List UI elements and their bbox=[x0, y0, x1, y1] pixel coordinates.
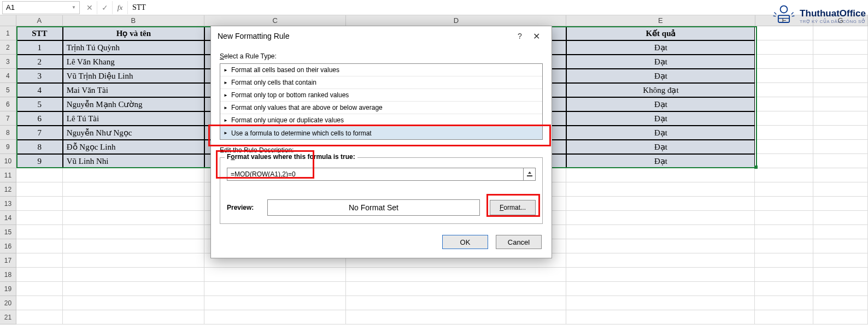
cell-E8[interactable]: Đạt bbox=[566, 126, 755, 140]
cell-A10[interactable]: 9 bbox=[16, 154, 63, 168]
col-header-D[interactable]: D bbox=[346, 15, 566, 26]
row-header[interactable]: 3 bbox=[0, 55, 16, 69]
cell-F21[interactable] bbox=[755, 310, 813, 324]
cell-G3[interactable] bbox=[813, 55, 868, 69]
rule-type-item[interactable]: ►Format only top or bottom ranked values bbox=[220, 89, 542, 102]
cell-A12[interactable] bbox=[16, 182, 63, 197]
row-header[interactable]: 7 bbox=[0, 111, 16, 126]
cell-E4[interactable]: Đạt bbox=[566, 69, 755, 83]
rule-type-item-selected[interactable]: ►Use a formula to determine which cells … bbox=[220, 127, 542, 139]
cell-F14[interactable] bbox=[755, 211, 813, 225]
row-header[interactable]: 4 bbox=[0, 69, 16, 83]
cell-D20[interactable] bbox=[346, 296, 566, 310]
cell-B14[interactable] bbox=[63, 211, 204, 225]
cell-E17[interactable] bbox=[566, 253, 755, 268]
cell-F4[interactable] bbox=[755, 69, 813, 83]
cell-A13[interactable] bbox=[16, 197, 63, 211]
cell-A14[interactable] bbox=[16, 211, 63, 225]
cell-G8[interactable] bbox=[813, 126, 868, 140]
dialog-titlebar[interactable]: New Formatting Rule ? ✕ bbox=[211, 26, 552, 46]
cell-E10[interactable]: Đạt bbox=[566, 154, 755, 168]
cancel-button[interactable]: Cancel bbox=[496, 235, 542, 249]
cell-E19[interactable] bbox=[566, 282, 755, 296]
cell-E15[interactable] bbox=[566, 225, 755, 239]
cell-C18[interactable] bbox=[204, 268, 346, 282]
rule-type-item[interactable]: ►Format only unique or duplicate values bbox=[220, 114, 542, 127]
cell-E13[interactable] bbox=[566, 197, 755, 211]
cell-E21[interactable] bbox=[566, 310, 755, 324]
cell-C19[interactable] bbox=[204, 282, 346, 296]
cell-F6[interactable] bbox=[755, 97, 813, 111]
row-header[interactable]: 9 bbox=[0, 140, 16, 154]
chevron-down-icon[interactable]: ▼ bbox=[72, 5, 76, 10]
cell-B17[interactable] bbox=[63, 253, 204, 268]
row-header[interactable]: 11 bbox=[0, 168, 16, 182]
cell-F7[interactable] bbox=[755, 111, 813, 126]
cell-G16[interactable] bbox=[813, 239, 868, 253]
row-header[interactable]: 17 bbox=[0, 253, 16, 268]
cell-G10[interactable] bbox=[813, 154, 868, 168]
cell-G20[interactable] bbox=[813, 296, 868, 310]
cell-A11[interactable] bbox=[16, 168, 63, 182]
cell-A8[interactable]: 7 bbox=[16, 126, 63, 140]
rule-type-list[interactable]: ►Format all cells based on their values … bbox=[220, 63, 543, 140]
cell-B19[interactable] bbox=[63, 282, 204, 296]
cell-B3[interactable]: Lê Văn Khang bbox=[63, 55, 204, 69]
fx-icon[interactable]: fx bbox=[113, 1, 128, 14]
cell-G19[interactable] bbox=[813, 282, 868, 296]
cell-B15[interactable] bbox=[63, 225, 204, 239]
row-header[interactable]: 16 bbox=[0, 239, 16, 253]
cell-E2[interactable]: Đạt bbox=[566, 40, 755, 55]
cell-E5[interactable]: Không đạt bbox=[566, 83, 755, 97]
cell-G15[interactable] bbox=[813, 225, 868, 239]
row-header[interactable]: 13 bbox=[0, 197, 16, 211]
row-header[interactable]: 5 bbox=[0, 83, 16, 97]
help-icon[interactable]: ? bbox=[512, 32, 527, 40]
cell-G6[interactable] bbox=[813, 97, 868, 111]
collapse-dialog-icon[interactable] bbox=[524, 168, 536, 181]
cell-G21[interactable] bbox=[813, 310, 868, 324]
cell-C20[interactable] bbox=[204, 296, 346, 310]
cell-G14[interactable] bbox=[813, 211, 868, 225]
format-button[interactable]: Format... bbox=[490, 200, 536, 215]
row-header[interactable]: 18 bbox=[0, 268, 16, 282]
cell-F18[interactable] bbox=[755, 268, 813, 282]
cell-B5[interactable]: Mai Văn Tài bbox=[63, 83, 204, 97]
cell-F19[interactable] bbox=[755, 282, 813, 296]
cell-F11[interactable] bbox=[755, 168, 813, 182]
cell-E11[interactable] bbox=[566, 168, 755, 182]
row-header[interactable]: 20 bbox=[0, 296, 16, 310]
cell-G5[interactable] bbox=[813, 83, 868, 97]
ok-button[interactable]: OK bbox=[442, 235, 488, 249]
cell-A17[interactable] bbox=[16, 253, 63, 268]
cell-F13[interactable] bbox=[755, 197, 813, 211]
cell-F5[interactable] bbox=[755, 83, 813, 97]
cell-G18[interactable] bbox=[813, 268, 868, 282]
cell-D19[interactable] bbox=[346, 282, 566, 296]
cell-A2[interactable]: 1 bbox=[16, 40, 63, 55]
row-header[interactable]: 1 bbox=[0, 26, 16, 40]
cell-B21[interactable] bbox=[63, 310, 204, 324]
cell-A21[interactable] bbox=[16, 310, 63, 324]
cell-G2[interactable] bbox=[813, 40, 868, 55]
cell-B7[interactable]: Lê Tú Tài bbox=[63, 111, 204, 126]
cell-B11[interactable] bbox=[63, 168, 204, 182]
row-header[interactable]: 15 bbox=[0, 225, 16, 239]
cell-F20[interactable] bbox=[755, 296, 813, 310]
cell-F16[interactable] bbox=[755, 239, 813, 253]
cell-A5[interactable]: 4 bbox=[16, 83, 63, 97]
cell-A7[interactable]: 6 bbox=[16, 111, 63, 126]
cell-G13[interactable] bbox=[813, 197, 868, 211]
cell-F2[interactable] bbox=[755, 40, 813, 55]
cell-B1[interactable]: Họ và tên bbox=[63, 26, 204, 40]
cell-B9[interactable]: Đỗ Ngọc Linh bbox=[63, 140, 204, 154]
cell-D21[interactable] bbox=[346, 310, 566, 324]
cell-A15[interactable] bbox=[16, 225, 63, 239]
cell-E3[interactable]: Đạt bbox=[566, 55, 755, 69]
row-header[interactable]: 10 bbox=[0, 154, 16, 168]
cell-A1[interactable]: STT bbox=[16, 26, 63, 40]
cell-B18[interactable] bbox=[63, 268, 204, 282]
row-header[interactable]: 21 bbox=[0, 310, 16, 324]
close-icon[interactable]: ✕ bbox=[527, 31, 545, 42]
cell-B10[interactable]: Vũ Linh Nhi bbox=[63, 154, 204, 168]
